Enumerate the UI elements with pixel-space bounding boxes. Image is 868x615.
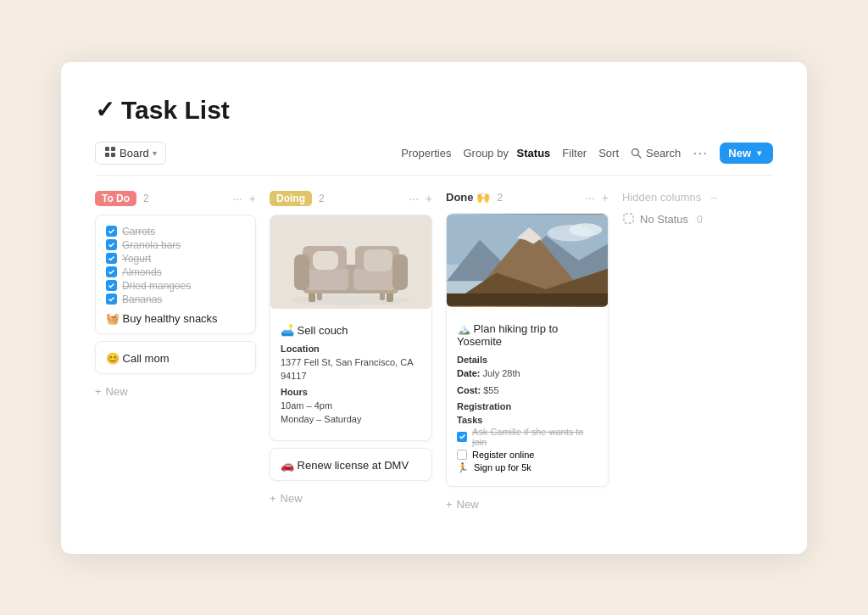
checklist-item: Bananas [106, 294, 245, 305]
svg-rect-30 [624, 214, 633, 223]
new-button-label: New [728, 147, 751, 159]
checkbox-checked-icon [106, 280, 117, 291]
card-sell-couch[interactable]: 🛋️ Sell couch Location 1377 Fell St, San… [270, 215, 432, 441]
checkbox-checked-icon [106, 294, 117, 305]
new-button-chevron-icon: ▾ [757, 148, 761, 158]
toolbar-right: Properties Group by Status Filter Sort S… [401, 143, 773, 164]
todo-count: 2 [143, 193, 149, 204]
doing-new-item-button[interactable]: + New [270, 489, 432, 507]
card-title: 😊 Call mom [106, 352, 245, 365]
plus-icon: + [270, 492, 276, 505]
board-chevron-icon: ▾ [153, 148, 157, 158]
doing-col-add[interactable]: + [426, 192, 432, 205]
checklist-item: Granola bars [106, 239, 245, 251]
plus-icon: + [446, 498, 453, 511]
card-title: 🚗 Renew license at DMV [281, 459, 421, 472]
hidden-columns-section: Hidden columns – No Status 0 [622, 191, 783, 227]
registration-label: Registration [457, 401, 598, 411]
column-done-header: Done 🙌 2 ··· + [446, 191, 609, 204]
svg-rect-13 [306, 268, 348, 290]
location-label: Location [281, 344, 421, 354]
todo-col-dots[interactable]: ··· [232, 192, 242, 205]
board-view-button[interactable]: Board ▾ [95, 142, 166, 165]
toolbar-left: Board ▾ [95, 142, 166, 165]
task-item-register: Register online [457, 450, 598, 460]
plus-icon: + [95, 385, 102, 398]
card-buy-healthy[interactable]: Carrots Granola bars Yogurt Almonds [95, 215, 256, 334]
more-options-button[interactable]: ··· [693, 144, 708, 162]
task-item-signup5k: 🏃 Sign up for 5k [457, 462, 598, 473]
done-new-item-button[interactable]: + New [446, 495, 609, 513]
task-emoji-icon: 🏃 [457, 462, 469, 473]
card-renew-license[interactable]: 🚗 Renew license at DMV [270, 448, 432, 481]
checkbox-checked-icon [106, 239, 117, 250]
checklist-item: Dried mangoes [106, 280, 245, 292]
toolbar: Board ▾ Properties Group by Status Filte… [95, 142, 773, 176]
doing-col-dots[interactable]: ··· [409, 192, 419, 205]
card-hiking-trip[interactable]: 🏔️ Plan hiking trip to Yosemite Details … [446, 213, 609, 487]
couch-image [270, 215, 431, 309]
new-button[interactable]: New ▾ [720, 143, 773, 164]
card-title: 🧺 Buy healthy snacks [106, 312, 245, 325]
svg-rect-1 [111, 147, 115, 151]
checklist-item: Almonds [106, 266, 245, 278]
location-text: 1377 Fell St, San Francisco, CA 94117 [281, 355, 421, 383]
column-todo-header: To Do 2 ··· + [95, 191, 256, 206]
svg-line-5 [638, 154, 642, 158]
card-call-mom[interactable]: 😊 Call mom [95, 341, 256, 374]
svg-rect-29 [447, 293, 608, 305]
done-col-actions: ··· + [585, 191, 609, 204]
column-todo: To Do 2 ··· + Carrots Granola bars [95, 191, 256, 400]
done-label: Done 🙌 [446, 191, 490, 204]
details-cost: Cost: $55 [457, 383, 598, 398]
new-item-label: New [457, 498, 479, 511]
column-doing: Doing 2 ··· + [270, 191, 432, 507]
checkmark-icon: ✓ [95, 96, 114, 124]
doing-col-actions: ··· + [409, 192, 432, 205]
group-by-value: Status [517, 147, 551, 159]
todo-col-actions: ··· + [232, 192, 256, 205]
page-title: ✓ Task List [95, 96, 773, 125]
no-status-count: 0 [697, 214, 703, 226]
details-date: Date: July 28th [457, 366, 598, 381]
filter-button[interactable]: Filter [562, 147, 587, 159]
svg-rect-0 [105, 147, 109, 151]
svg-point-24 [569, 223, 602, 237]
todo-new-item-button[interactable]: + New [95, 383, 256, 400]
hours-label: Hours [281, 387, 421, 397]
task-item-ask-camille: Ask Camille if she wants to join [457, 427, 598, 447]
details-label: Details [457, 355, 598, 365]
column-doing-header: Doing 2 ··· + [270, 191, 432, 206]
checklist-item: Yogurt [106, 253, 245, 265]
board: To Do 2 ··· + Carrots Granola bars [95, 191, 773, 513]
search-button[interactable]: Search [631, 147, 681, 159]
group-by-button[interactable]: Group by Status [463, 147, 550, 159]
search-label: Search [646, 147, 681, 159]
task-text: Register online [472, 450, 534, 460]
card-checklist: Carrots Granola bars Yogurt Almonds [106, 226, 245, 305]
sort-button[interactable]: Sort [598, 147, 619, 159]
hidden-columns-label: Hidden columns – [622, 191, 783, 204]
svg-rect-2 [105, 153, 109, 157]
checkbox-checked-icon [106, 253, 117, 264]
done-col-dots[interactable]: ··· [585, 191, 595, 204]
checkbox-checked-icon [457, 432, 467, 442]
group-by-label: Group by [463, 147, 508, 159]
checklist-item: Carrots [106, 226, 245, 238]
title-text: Task List [121, 96, 230, 125]
todo-col-add[interactable]: + [249, 192, 256, 205]
svg-rect-20 [364, 249, 392, 271]
task-text: Ask Camille if she wants to join [472, 427, 598, 447]
checkbox-checked-icon [106, 266, 117, 277]
no-status-icon [622, 212, 635, 227]
todo-tag: To Do [95, 191, 136, 206]
done-col-add[interactable]: + [602, 191, 609, 204]
card-title: 🏔️ Plan hiking trip to Yosemite [457, 322, 598, 348]
card-title: 🛋️ Sell couch [281, 324, 421, 337]
svg-rect-19 [313, 251, 338, 270]
properties-button[interactable]: Properties [401, 147, 451, 159]
hidden-columns-dash: – [711, 191, 717, 204]
board-label: Board [120, 147, 149, 159]
doing-count: 2 [319, 193, 325, 204]
checkbox-checked-icon [106, 226, 117, 237]
